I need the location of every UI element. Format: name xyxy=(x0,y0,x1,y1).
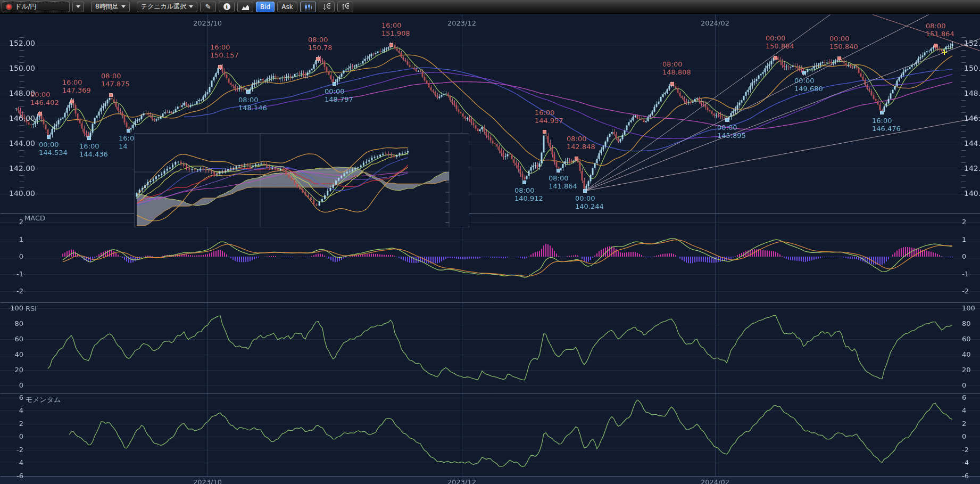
zoom-in-button[interactable] xyxy=(337,2,353,12)
rsi-tick-right: 20 xyxy=(962,366,971,374)
main-chart-canvas[interactable] xyxy=(0,0,980,484)
momentum-tick-right: 0 xyxy=(962,432,966,440)
info-button[interactable]: i xyxy=(219,2,235,12)
zoom-out-button[interactable] xyxy=(319,2,335,12)
high-marker xyxy=(38,112,42,116)
ask-button[interactable]: Ask xyxy=(277,2,297,12)
high-marker xyxy=(70,100,74,103)
candle-chart-button[interactable] xyxy=(300,2,316,12)
momentum-tick-left: -2 xyxy=(16,446,23,454)
rsi-tick-left: 20 xyxy=(14,366,23,374)
macd-tick-right: 2 xyxy=(962,218,966,226)
low-marker xyxy=(522,181,526,184)
price-axis-label-left: 146.00 xyxy=(9,114,35,122)
pencil-icon: ✎ xyxy=(205,3,211,11)
rsi-tick-left: 0 xyxy=(19,381,23,389)
momentum-tick-left: 2 xyxy=(19,420,23,428)
date-label-bottom: 2023/10 xyxy=(193,478,222,484)
momentum-tick-right: 4 xyxy=(962,406,966,414)
price-axis-label-left: 144.00 xyxy=(9,139,35,147)
technical-select[interactable]: テクニカル選択 xyxy=(137,2,197,12)
macd-tick-right: -1 xyxy=(962,270,969,278)
low-marker xyxy=(583,189,587,193)
date-label-top: 2023/12 xyxy=(447,19,476,27)
momentum-tick-left: 6 xyxy=(19,393,23,401)
price-annotation: 00:00 140.244 xyxy=(575,194,604,210)
price-annotation: 00:00 146.402 xyxy=(30,91,59,106)
timeframe-label: 8時間足 xyxy=(95,2,119,11)
momentum-tick-left: -6 xyxy=(16,472,23,480)
rsi-tick-right: 100 xyxy=(962,304,975,312)
high-marker xyxy=(389,43,393,47)
rsi-tick-right: 60 xyxy=(962,335,971,343)
price-annotation: 08:00 142.848 xyxy=(567,135,595,151)
price-annotation: 00:00 150.884 xyxy=(766,34,794,50)
low-marker xyxy=(802,71,806,75)
currency-pair-label: ドル/円 xyxy=(15,2,37,11)
rsi-tick-right: 40 xyxy=(962,350,971,358)
pair-dropdown-button[interactable] xyxy=(72,2,84,12)
macd-tick-left: -2 xyxy=(16,287,23,295)
date-label-top: 2023/10 xyxy=(193,19,222,27)
low-marker xyxy=(47,135,51,139)
price-annotation: 08:00 148.808 xyxy=(662,60,691,76)
high-marker xyxy=(109,93,113,97)
trading-app-window: ドル/円 8時間足 テクニカル選択 ✎ i Bid Ask xyxy=(0,0,980,484)
price-axis-label-right: 148.0 xyxy=(964,89,980,97)
high-marker xyxy=(543,130,546,134)
macd-tick-right: 1 xyxy=(962,235,966,243)
high-marker xyxy=(575,157,578,160)
rsi-tick-left: 40 xyxy=(14,350,23,358)
chevron-down-icon xyxy=(76,5,80,8)
low-marker xyxy=(557,169,560,173)
price-annotation: 08:00 151.864 xyxy=(926,22,954,38)
inset-chart-canvas[interactable] xyxy=(135,134,469,227)
macd-tick-left: 0 xyxy=(19,252,23,260)
price-annotation: 16:00 144.957 xyxy=(535,109,563,125)
macd-tick-left: 1 xyxy=(19,235,23,243)
price-annotation: 00:00 145.895 xyxy=(717,124,746,140)
macd-tick-left: -1 xyxy=(16,270,23,278)
price-axis-label-right: 152.0 xyxy=(964,39,980,47)
chevron-down-icon xyxy=(189,5,193,8)
area-chart-icon xyxy=(242,4,249,10)
low-marker xyxy=(880,111,884,114)
technical-label: テクニカル選択 xyxy=(141,2,186,11)
momentum-tick-right: -4 xyxy=(962,458,969,466)
high-marker xyxy=(837,56,841,60)
high-marker xyxy=(670,82,674,86)
momentum-tick-right: 6 xyxy=(962,393,966,401)
high-marker xyxy=(934,44,937,47)
low-marker xyxy=(333,82,336,86)
bid-button[interactable]: Bid xyxy=(256,2,275,12)
price-annotation: 00:00 144.534 xyxy=(39,141,68,157)
zoom-inset-window[interactable] xyxy=(134,133,469,227)
price-annotation: 16:00 150.157 xyxy=(210,43,239,59)
price-annotation: 00:00 149.680 xyxy=(794,77,823,93)
rsi-tick-left: 100 xyxy=(10,304,23,312)
price-axis-label-left: 152.00 xyxy=(9,39,35,47)
date-label-bottom: 2024/02 xyxy=(701,478,729,484)
momentum-tick-left: 0 xyxy=(19,432,23,440)
price-annotation: 08:00 150.78 xyxy=(308,36,333,52)
price-annotation: 16:00 146.476 xyxy=(872,117,901,133)
rsi-tick-right: 80 xyxy=(962,319,971,327)
timeframe-select[interactable]: 8時間足 xyxy=(91,2,130,12)
price-axis-label-left: 150.00 xyxy=(9,64,35,72)
price-axis-label-right: 140.0 xyxy=(964,189,980,198)
chart-area[interactable]: MACD RSI モメンタム 152.00150.00148.00146.001… xyxy=(0,0,980,484)
draw-tool-button[interactable]: ✎ xyxy=(200,2,216,12)
momentum-tick-right: 2 xyxy=(962,420,966,428)
high-marker xyxy=(316,57,320,61)
candlestick-icon xyxy=(304,3,312,11)
ask-label: Ask xyxy=(281,3,293,11)
price-annotation: 08:00 148.146 xyxy=(238,96,267,112)
price-axis-label-right: 150.0 xyxy=(964,64,980,72)
price-axis-label-right: 146.0 xyxy=(964,114,980,122)
chart-style-button[interactable] xyxy=(237,2,253,12)
momentum-tick-right: -6 xyxy=(962,472,969,480)
bid-label: Bid xyxy=(260,3,270,11)
macd-tick-right: -2 xyxy=(962,287,969,295)
rsi-tick-left: 60 xyxy=(14,335,23,343)
currency-pair-selector[interactable]: ドル/円 xyxy=(2,2,70,12)
